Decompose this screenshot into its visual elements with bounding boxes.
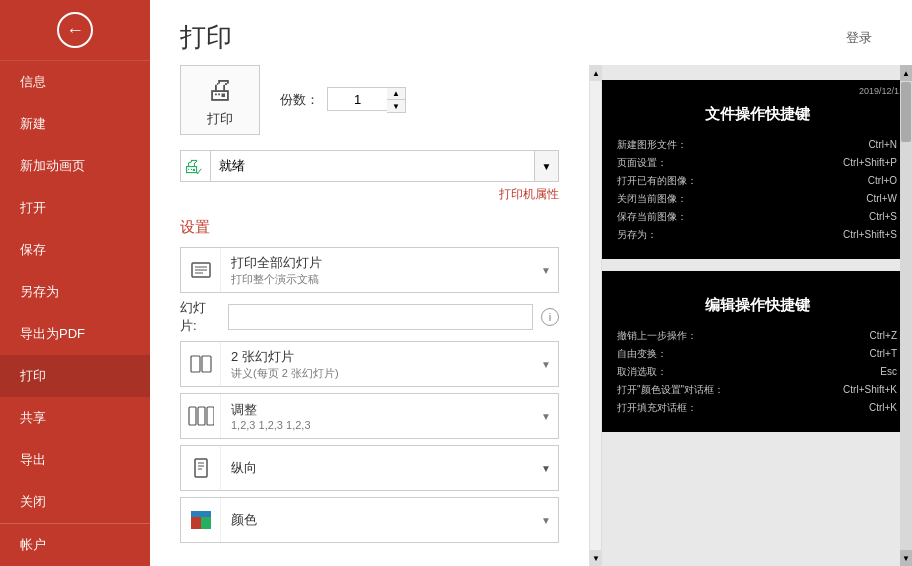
- layout-sub: 讲义(每页 2 张幻灯片): [231, 366, 524, 381]
- scrollbar-down[interactable]: ▼: [590, 550, 602, 566]
- printer-selector[interactable]: 🖨 ✓ 就绪 ▼: [180, 150, 559, 182]
- copies-input[interactable]: [327, 87, 387, 111]
- orientation-icon: [181, 446, 221, 490]
- slide1-content: 新建图形文件：Ctrl+N 页面设置：Ctrl+Shift+P 打开已有的图像：…: [617, 136, 897, 244]
- preview-scrollbar: ▲ ▼: [900, 65, 912, 566]
- sidebar-item-close[interactable]: 关闭: [0, 481, 150, 523]
- slide-preview-2: 编辑操作快捷键 撤销上一步操作：Ctrl+Z 自由变换：Ctrl+T 取消选取：…: [602, 271, 912, 432]
- copies-spinner: ▲ ▼: [387, 87, 406, 113]
- preview-scrollbar-thumb: [901, 82, 911, 142]
- svg-rect-9: [195, 459, 207, 477]
- print-button-label: 打印: [207, 110, 233, 128]
- print-range-sub: 打印整个演示文稿: [231, 272, 524, 287]
- printer-dropdown-arrow[interactable]: ▼: [534, 151, 558, 181]
- printer-icon: 🖨: [206, 73, 234, 106]
- print-button[interactable]: 🖨 打印: [180, 65, 260, 135]
- sidebar-item-export-pdf[interactable]: 导出为PDF: [0, 313, 150, 355]
- sidebar-item-save-as[interactable]: 另存为: [0, 271, 150, 313]
- sidebar-item-account[interactable]: 帐户: [0, 524, 150, 566]
- color-setting[interactable]: 颜色 ▼: [180, 497, 559, 543]
- printer-properties-link[interactable]: 打印机属性: [180, 186, 559, 203]
- preview-scroll-down[interactable]: ▼: [900, 550, 912, 566]
- sidebar-item-open[interactable]: 打开: [0, 187, 150, 229]
- collate-text: 调整 1,2,3 1,2,3 1,2,3: [221, 401, 534, 431]
- svg-rect-6: [189, 407, 196, 425]
- svg-rect-14: [201, 517, 211, 529]
- svg-rect-15: [191, 511, 211, 517]
- sidebar-item-add-slide[interactable]: 新加动画页: [0, 145, 150, 187]
- slide2-title: 编辑操作快捷键: [617, 296, 897, 315]
- print-range-main: 打印全部幻灯片: [231, 254, 524, 272]
- svg-rect-7: [198, 407, 205, 425]
- print-range-icon: [181, 248, 221, 292]
- slide-date: 2019/12/11: [859, 86, 904, 96]
- collate-sub: 1,2,3 1,2,3 1,2,3: [231, 419, 524, 431]
- layout-text: 2 张幻灯片 讲义(每页 2 张幻灯片): [221, 348, 534, 381]
- sidebar-item-new[interactable]: 新建: [0, 103, 150, 145]
- panel-scrollbar: ▲ ▼: [590, 65, 602, 566]
- svg-rect-5: [202, 356, 211, 372]
- copies-label: 份数：: [280, 91, 319, 109]
- slides-info-icon[interactable]: i: [541, 308, 559, 326]
- slides-input-row: 幻灯片: i: [180, 299, 559, 335]
- preview-panel: 2019/12/11 文件操作快捷键 新建图形文件：Ctrl+N 页面设置：Ct…: [602, 65, 912, 566]
- layout-arrow[interactable]: ▼: [534, 359, 558, 370]
- collate-icon: [181, 394, 221, 438]
- color-main: 颜色: [231, 511, 524, 529]
- page-title: 打印: [180, 20, 232, 55]
- sidebar-item-share[interactable]: 共享: [0, 397, 150, 439]
- settings-title: 设置: [180, 218, 559, 237]
- slide-preview-1: 2019/12/11 文件操作快捷键 新建图形文件：Ctrl+N 页面设置：Ct…: [602, 80, 912, 259]
- collate-setting[interactable]: 调整 1,2,3 1,2,3 1,2,3 ▼: [180, 393, 559, 439]
- sidebar: ← 信息新建新加动画页打开保存另存为导出为PDF打印共享导出关闭 帐户 选项: [0, 0, 150, 566]
- orientation-setting[interactable]: 纵向 ▼: [180, 445, 559, 491]
- printer-name: 就绪: [211, 157, 534, 175]
- svg-rect-4: [191, 356, 200, 372]
- orientation-text: 纵向: [221, 459, 534, 477]
- sidebar-item-save[interactable]: 保存: [0, 229, 150, 271]
- sidebar-item-print[interactable]: 打印: [0, 355, 150, 397]
- color-icon: [181, 498, 221, 542]
- svg-rect-8: [207, 407, 214, 425]
- copies-row: 份数： ▲ ▼: [280, 87, 406, 113]
- orientation-main: 纵向: [231, 459, 524, 477]
- sidebar-item-info[interactable]: 信息: [0, 61, 150, 103]
- slide2-content: 撤销上一步操作：Ctrl+Z 自由变换：Ctrl+T 取消选取：Esc 打开"颜…: [617, 327, 897, 417]
- scrollbar-up[interactable]: ▲: [590, 65, 602, 81]
- layout-main: 2 张幻灯片: [231, 348, 524, 366]
- collate-arrow[interactable]: ▼: [534, 411, 558, 422]
- slides-label: 幻灯片:: [180, 299, 220, 335]
- color-text: 颜色: [221, 511, 534, 529]
- layout-setting[interactable]: 2 张幻灯片 讲义(每页 2 张幻灯片) ▼: [180, 341, 559, 387]
- layout-icon: [181, 342, 221, 386]
- print-action-row: 🖨 打印 份数： ▲ ▼: [180, 65, 559, 135]
- preview-scroll-area[interactable]: 2019/12/11 文件操作快捷键 新建图形文件：Ctrl+N 页面设置：Ct…: [602, 65, 912, 566]
- printer-status-icon: 🖨 ✓: [181, 151, 211, 181]
- print-range-setting[interactable]: 打印全部幻灯片 打印整个演示文稿 ▼: [180, 247, 559, 293]
- copies-decrement[interactable]: ▼: [387, 100, 405, 112]
- color-arrow[interactable]: ▼: [534, 515, 558, 526]
- slides-input[interactable]: [228, 304, 533, 330]
- copies-increment[interactable]: ▲: [387, 88, 405, 100]
- back-button[interactable]: ←: [0, 0, 150, 61]
- svg-rect-13: [191, 517, 201, 529]
- print-settings-panel: 🖨 打印 份数： ▲ ▼ 🖨: [150, 65, 590, 566]
- main-body: 🖨 打印 份数： ▲ ▼ 🖨: [150, 65, 912, 566]
- print-range-text: 打印全部幻灯片 打印整个演示文稿: [221, 254, 534, 287]
- preview-scrollbar-track[interactable]: [900, 81, 912, 550]
- main-content: 打印 登录 🖨 打印 份数： ▲ ▼: [150, 0, 912, 566]
- slide1-title: 文件操作快捷键: [617, 105, 897, 124]
- preview-scroll-up[interactable]: ▲: [900, 65, 912, 81]
- print-range-arrow[interactable]: ▼: [534, 265, 558, 276]
- back-circle-icon[interactable]: ←: [57, 12, 93, 48]
- sidebar-item-export[interactable]: 导出: [0, 439, 150, 481]
- main-header: 打印 登录: [150, 0, 912, 65]
- orientation-arrow[interactable]: ▼: [534, 463, 558, 474]
- login-button[interactable]: 登录: [846, 29, 872, 47]
- collate-main: 调整: [231, 401, 524, 419]
